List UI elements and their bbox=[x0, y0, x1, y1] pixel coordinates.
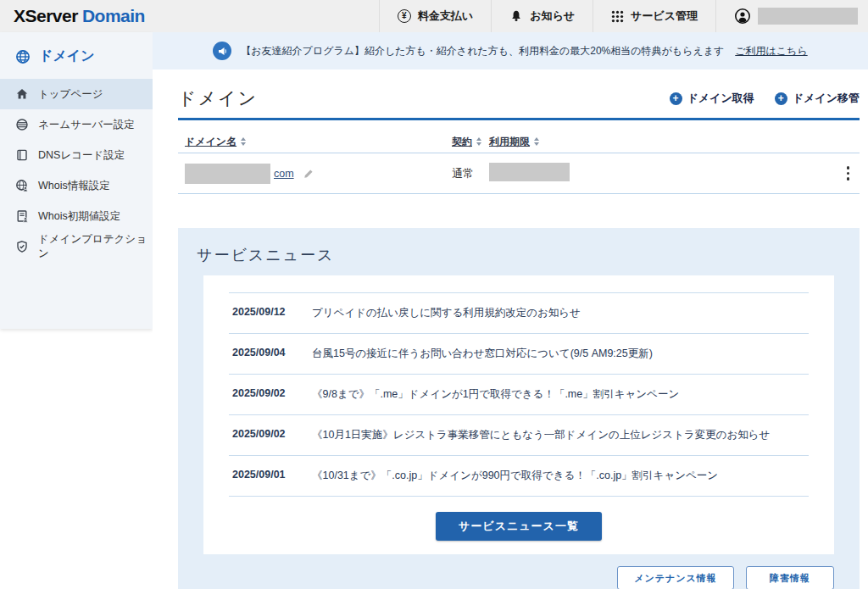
column-header-expiry[interactable]: 利用期限 bbox=[489, 135, 834, 149]
menu-notifications[interactable]: お知らせ bbox=[491, 0, 593, 32]
sidebar-title: ドメイン bbox=[0, 32, 153, 79]
megaphone-icon bbox=[213, 42, 231, 60]
service-news-list: 2025/09/12 プリペイドの払い戻しに関する利用規約改定のお知らせ 202… bbox=[229, 292, 809, 497]
news-date: 2025/09/01 bbox=[232, 469, 297, 481]
news-date: 2025/09/04 bbox=[232, 347, 297, 358]
home-icon bbox=[15, 87, 29, 101]
dns-record-icon bbox=[15, 148, 29, 162]
news-title-text: プリペイドの払い戻しに関する利用規約改定のお知らせ bbox=[312, 306, 581, 320]
column-header-contract[interactable]: 契約 bbox=[452, 135, 489, 149]
sidebar-item-domain-protection[interactable]: ドメインプロテクション bbox=[0, 231, 153, 262]
redacted-expiry-date bbox=[489, 163, 570, 181]
sidebar-item-top-page[interactable]: トップページ bbox=[0, 79, 153, 109]
redacted-account-name bbox=[758, 8, 858, 25]
domain-acquire-label: ドメイン取得 bbox=[687, 91, 754, 106]
news-title-text: 台風15号の接近に伴うお問い合わせ窓口対応について(9/5 AM9:25更新) bbox=[312, 347, 653, 361]
bell-icon bbox=[509, 9, 523, 23]
domain-acquire-button[interactable]: + ドメイン取得 bbox=[670, 91, 754, 106]
sort-icon bbox=[476, 137, 481, 146]
logo-brand-text: XServer bbox=[14, 6, 78, 26]
xserver-domain-logo[interactable]: XServer Domain bbox=[0, 0, 159, 32]
app-header: XServer Domain ¥ 料金支払い お知らせ bbox=[0, 0, 868, 32]
service-news-list-button[interactable]: サービスニュース一覧 bbox=[436, 512, 602, 541]
header-spacer bbox=[159, 0, 379, 32]
sidebar-item-nameserver[interactable]: ネームサーバー設定 bbox=[0, 109, 153, 140]
service-news-card: 2025/09/12 プリペイドの払い戻しに関する利用規約改定のお知らせ 202… bbox=[203, 275, 834, 554]
sidebar-item-dns-records[interactable]: DNSレコード設定 bbox=[0, 140, 153, 170]
news-date: 2025/09/02 bbox=[232, 387, 297, 399]
contract-cell: 通常 bbox=[452, 165, 489, 181]
plus-circle-icon: + bbox=[775, 92, 787, 105]
sidebar-item-label: Whois初期値設定 bbox=[38, 209, 120, 224]
page-title: ドメイン bbox=[178, 86, 258, 110]
sidebar-item-label: Whois情報設定 bbox=[38, 179, 110, 193]
news-title-text: 《9/8まで》「.me」ドメインが1円で取得できる！「.me」割引キャンペーン bbox=[312, 387, 679, 402]
news-item[interactable]: 2025/09/04 台風15号の接近に伴うお問い合わせ窓口対応について(9/5… bbox=[229, 334, 809, 375]
plus-circle-icon: + bbox=[670, 92, 682, 105]
grid-icon bbox=[611, 10, 624, 23]
sidebar-item-label: ネームサーバー設定 bbox=[38, 118, 135, 132]
column-header-domain-name[interactable]: ドメイン名 bbox=[178, 135, 452, 149]
announcement-text: 【お友達紹介プログラム】紹介した方も・紹介された方も、利用料金の最大20%相当の… bbox=[241, 44, 724, 58]
row-menu-kebab-icon[interactable] bbox=[843, 163, 854, 184]
news-item[interactable]: 2025/09/01 《10/31まで》「.co.jp」ドメインが990円で取得… bbox=[229, 456, 809, 497]
sort-icon bbox=[241, 137, 246, 146]
domain-link[interactable]: com bbox=[274, 168, 294, 180]
sidebar-item-whois-default[interactable]: Whois初期値設定 bbox=[0, 201, 153, 231]
nameserver-globe-icon bbox=[15, 118, 29, 131]
title-underline bbox=[178, 118, 860, 120]
news-title-text: 《10/31まで》「.co.jp」ドメインが990円で取得できる！「.co.jp… bbox=[312, 469, 718, 483]
menu-payment[interactable]: ¥ 料金支払い bbox=[379, 0, 491, 32]
domain-transfer-button[interactable]: + ドメイン移管 bbox=[775, 91, 860, 106]
xserver-domain-page: XServer Domain ¥ 料金支払い お知らせ bbox=[0, 0, 868, 589]
sidebar: ドメイン トップページ bbox=[0, 32, 153, 329]
news-item[interactable]: 2025/09/02 《10月1日実施》レジストラ事業移管にともなう一部ドメイン… bbox=[229, 415, 809, 456]
news-item[interactable]: 2025/09/12 プリペイドの払い戻しに関する利用規約改定のお知らせ bbox=[229, 293, 809, 334]
sidebar-title-label: ドメイン bbox=[39, 47, 95, 65]
service-news-section: サービスニュース 2025/09/12 プリペイドの払い戻しに関する利用規約改定… bbox=[178, 228, 860, 589]
edit-pencil-icon[interactable] bbox=[303, 168, 314, 180]
menu-notifications-label: お知らせ bbox=[530, 8, 575, 24]
main-content: ドメイン + ドメイン取得 + ドメイン移管 ドメイン名 bbox=[153, 69, 868, 589]
announcement-link[interactable]: ご利用はこちら bbox=[735, 44, 807, 58]
globe-icon bbox=[15, 49, 31, 64]
shield-check-icon bbox=[15, 240, 29, 253]
domain-table: ドメイン名 契約 利用期限 co bbox=[178, 131, 860, 194]
sort-icon bbox=[534, 137, 539, 146]
menu-service-management[interactable]: サービス管理 bbox=[593, 0, 715, 32]
menu-payment-label: 料金支払い bbox=[418, 8, 473, 24]
news-date: 2025/09/02 bbox=[232, 428, 297, 440]
domain-name-cell: com bbox=[178, 164, 452, 184]
service-news-title: サービスニュース bbox=[178, 228, 860, 265]
news-date: 2025/09/12 bbox=[232, 306, 297, 318]
account-icon bbox=[734, 8, 751, 25]
news-title-text: 《10月1日実施》レジストラ事業移管にともなう一部ドメインの上位レジストラ変更の… bbox=[312, 428, 770, 442]
expiry-cell bbox=[489, 163, 834, 185]
sidebar-item-label: DNSレコード設定 bbox=[38, 148, 125, 163]
sidebar-item-label: トップページ bbox=[38, 87, 103, 102]
sidebar-item-whois-info[interactable]: Whois情報設定 bbox=[0, 170, 153, 201]
menu-service-management-label: サービス管理 bbox=[631, 8, 698, 24]
whois-default-icon bbox=[15, 209, 29, 223]
whois-info-icon bbox=[15, 179, 29, 192]
sidebar-nav: トップページ ネームサーバー設定 bbox=[0, 79, 153, 262]
incident-info-button[interactable]: 障害情報 bbox=[746, 566, 834, 589]
sidebar-item-label: ドメインプロテクション bbox=[38, 232, 153, 261]
domain-table-header: ドメイン名 契約 利用期限 bbox=[178, 131, 860, 153]
logo-product-text: Domain bbox=[82, 6, 145, 26]
redacted-domain-name bbox=[185, 164, 270, 184]
page-actions: + ドメイン取得 + ドメイン移管 bbox=[670, 91, 860, 106]
yen-circle-icon: ¥ bbox=[398, 9, 411, 23]
news-footer-buttons: メンテナンス情報 障害情報 bbox=[203, 566, 834, 589]
news-item[interactable]: 2025/09/02 《9/8まで》「.me」ドメインが1円で取得できる！「.m… bbox=[229, 375, 809, 415]
maintenance-info-button[interactable]: メンテナンス情報 bbox=[617, 566, 734, 589]
announcement-bar: 【お友達紹介プログラム】紹介した方も・紹介された方も、利用料金の最大20%相当の… bbox=[153, 32, 868, 69]
account-menu[interactable] bbox=[715, 0, 868, 32]
domain-transfer-label: ドメイン移管 bbox=[793, 91, 860, 106]
domain-table-row: com 通常 bbox=[178, 153, 860, 194]
